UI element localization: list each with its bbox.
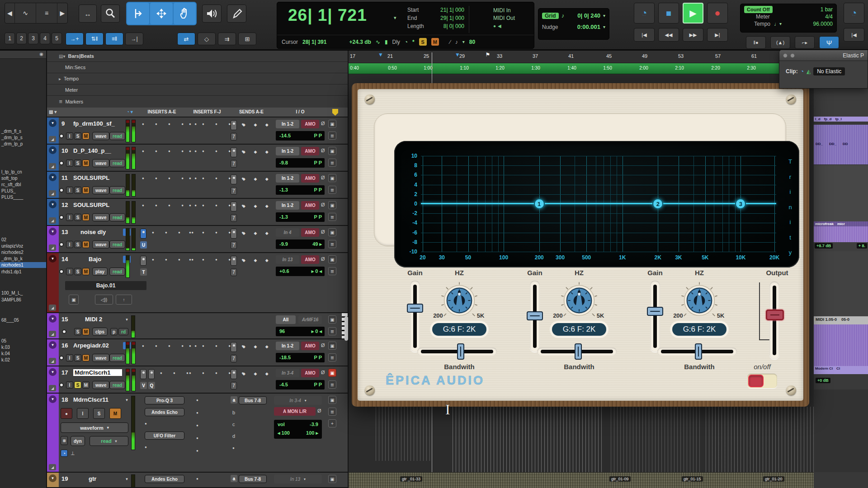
bandwidth-slider[interactable] — [537, 347, 617, 356]
nudge-value[interactable]: 0:00.001 — [577, 23, 600, 30]
solo-button[interactable]: S — [74, 241, 81, 248]
playlist-button[interactable]: ▣ — [328, 315, 336, 324]
clip-label[interactable]: Modern Cl — [815, 366, 833, 371]
link-track-button[interactable]: ◇ — [198, 33, 216, 45]
conductor-button[interactable]: Ψ — [819, 36, 839, 49]
insert-plugin-button[interactable]: Pro-Q 3 — [145, 396, 184, 404]
send-seven-badge[interactable]: 7 — [231, 187, 237, 195]
output-slider[interactable] — [769, 282, 779, 359]
insert-slot[interactable]: ● — [196, 436, 198, 440]
track-view-button[interactable]: clps — [92, 328, 108, 336]
clip-header-row[interactable]: Modern ClCl — [814, 366, 868, 374]
col-inserts-fj[interactable]: INSERTS F-J — [185, 109, 229, 114]
output-path-badge[interactable]: AMO — [301, 255, 319, 264]
sidebar-track-item[interactable]: 02 — [0, 237, 46, 243]
comments-button[interactable]: ≣ — [328, 131, 336, 140]
volume-display[interactable]: -14.5P P — [276, 131, 325, 141]
insert-plugin-button[interactable]: Andes Echo — [145, 475, 184, 483]
eq-band-node[interactable]: 2 — [652, 198, 663, 209]
volume-display[interactable]: -9.949 ▸ — [276, 239, 325, 249]
track-color-strip[interactable]: ▼ — [47, 473, 59, 487]
track-color-strip[interactable]: ▼◢ — [47, 394, 59, 472]
sidebar-track-item[interactable]: k.03 — [0, 344, 46, 350]
input-monitor-button[interactable]: I — [66, 160, 73, 167]
record-enable-button[interactable]: ● — [61, 408, 72, 419]
clip-label[interactable]: DD_ — [829, 142, 836, 146]
tree-icon[interactable]: ⊥ — [71, 450, 75, 456]
insert-slot[interactable]: ● — [145, 445, 147, 449]
start-value[interactable]: 21| 1| 000 — [440, 6, 464, 14]
window-minimize-icon[interactable] — [790, 53, 795, 58]
send-slot[interactable] — [231, 147, 237, 157]
collapse-icon[interactable]: ▼ — [49, 368, 57, 376]
inserts-f-j-slots[interactable]: ● ● ● ● ● — [189, 203, 249, 207]
loop-button[interactable]: ◔ — [844, 3, 864, 23]
solo-badge[interactable]: S — [419, 38, 427, 46]
clip-label[interactable]: Cl — [836, 366, 840, 371]
input-monitor-button[interactable]: I — [66, 187, 73, 194]
pencil-mini-icon[interactable]: ∕ — [450, 39, 451, 45]
track-name[interactable]: MdrnClscr11 — [73, 396, 122, 403]
shuffle-mode-button[interactable]: →+ — [66, 33, 84, 45]
comments-button[interactable]: ≣ — [328, 267, 336, 275]
volume-display[interactable]: -4.5P P — [276, 380, 325, 389]
collapse-panel-icon[interactable]: ◉ — [39, 52, 43, 56]
input-monitor-button[interactable]: I — [66, 354, 73, 361]
sidebar-track-item[interactable]: 05 — [0, 338, 46, 344]
record-enable-button[interactable] — [59, 269, 64, 274]
send-seven-badge[interactable]: 7 — [231, 241, 237, 249]
playlist-button[interactable]: ▣ — [328, 201, 336, 209]
input-monitor-button[interactable]: I — [66, 381, 73, 389]
volume-display[interactable]: -18.5P P — [276, 353, 325, 362]
solo-button[interactable]: S — [74, 187, 81, 194]
automation-mode-selector[interactable]: read▾ — [90, 436, 128, 446]
eq-band-node[interactable]: 1 — [534, 198, 545, 209]
audio-clip-purple[interactable]: DD_DD_DD — [814, 125, 868, 164]
track-color-strip[interactable]: ▼◢ — [47, 145, 59, 171]
solo-button[interactable]: S — [74, 160, 81, 167]
sidebar-track-item[interactable]: nicrhodes2 — [0, 249, 46, 255]
comments-button[interactable]: ≣ — [328, 327, 336, 335]
sidebar-track-item[interactable]: l_tp_lp_cn — [0, 169, 46, 175]
mute-button[interactable]: M — [82, 241, 90, 248]
clip-mini-icon[interactable]: ▮ — [385, 39, 388, 45]
send-bus-button[interactable]: Bus 7-8 — [239, 396, 267, 404]
collapse-icon[interactable]: ▼ — [49, 228, 57, 235]
track-view-button[interactable]: wave — [92, 213, 109, 221]
lane-promote-button[interactable]: ↑ — [116, 295, 132, 305]
track-color-strip[interactable]: ▼◢ — [47, 172, 59, 198]
send-seven-badge[interactable]: 7 — [231, 268, 237, 276]
insert-slot[interactable]: ● — [196, 477, 198, 481]
onoff-toggle-knob[interactable] — [748, 375, 764, 387]
insert-plugin-button[interactable]: UFO Filter — [145, 432, 184, 440]
volume-display[interactable]: -1.3P P — [276, 185, 325, 195]
clip-label[interactable]: microfreak — [815, 222, 834, 226]
automation-mode-button[interactable]: read — [109, 159, 125, 167]
gain-slider[interactable] — [650, 281, 660, 352]
playlist-button[interactable]: ▣ — [328, 475, 336, 483]
insert-badge[interactable]: U — [140, 241, 147, 249]
send-letter[interactable]: a — [231, 396, 237, 404]
mute-button[interactable]: M — [82, 214, 90, 221]
insert-slot[interactable]: ● — [196, 398, 198, 402]
sidebar-track-item[interactable]: PLUS_ — [0, 188, 46, 194]
insert-slot[interactable] — [140, 256, 146, 266]
track-color-strip[interactable]: ▼◢ — [47, 313, 59, 338]
star-icon[interactable]: * — [412, 39, 415, 45]
note-icon[interactable]: ♪ — [455, 39, 458, 45]
automation-mode-button[interactable]: read — [109, 132, 125, 140]
send-letter[interactable]: b — [232, 410, 235, 415]
track-view-button[interactable]: wave — [92, 186, 109, 194]
collapse-icon[interactable]: ▼ — [49, 146, 57, 154]
gain-badge[interactable]: +0 dB — [816, 378, 830, 383]
tempo-ruler-button[interactable]: ⌐▸ — [795, 36, 815, 49]
col-io[interactable]: I / O — [274, 109, 326, 114]
record-enable-button[interactable] — [59, 356, 64, 360]
mute-button[interactable]: M — [82, 354, 90, 361]
zoom-preset-4[interactable]: 4 — [40, 33, 50, 44]
track-color-strip[interactable]: ▼◢ — [47, 117, 59, 144]
track-color-strip[interactable]: ▼◢ — [47, 199, 59, 225]
sidebar-track-item[interactable]: rhds1.dp1 — [0, 269, 46, 275]
mute-button[interactable]: M — [82, 268, 90, 275]
output-path-badge[interactable]: ArMF16 — [298, 315, 322, 324]
